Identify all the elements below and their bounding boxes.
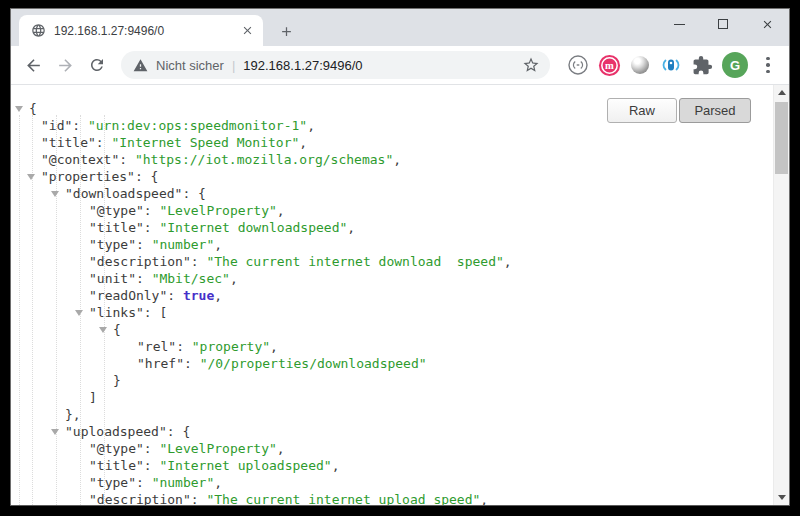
json-line: }	[11, 372, 773, 389]
new-tab-button[interactable]	[273, 18, 299, 44]
kebab-menu-icon	[766, 57, 770, 74]
json-line: "downloadspeed": {	[11, 185, 773, 202]
profile-avatar: G	[722, 52, 748, 78]
collapse-toggle-icon[interactable]	[15, 106, 23, 112]
json-token: ,	[214, 288, 222, 303]
json-token: "readOnly"	[89, 288, 167, 303]
json-line: "description": "The current internet dow…	[11, 253, 773, 270]
json-token: :	[176, 339, 192, 354]
profile-button[interactable]: G	[720, 50, 750, 80]
json-token: :	[72, 118, 88, 133]
browser-window: 192.168.1.27:9496/0	[10, 8, 790, 506]
tab-title: 192.168.1.27:9496/0	[54, 24, 239, 38]
json-token: :	[119, 152, 135, 167]
collapse-toggle-icon[interactable]	[99, 327, 107, 333]
minimize-icon	[674, 24, 685, 25]
json-token: "property"	[192, 339, 270, 354]
collapse-toggle-icon[interactable]	[27, 174, 35, 180]
json-token: "title"	[89, 458, 144, 473]
browser-tab[interactable]: 192.168.1.27:9496/0	[19, 15, 263, 46]
json-token: "@type"	[89, 203, 144, 218]
scrollbar-down-arrow-icon[interactable]	[774, 490, 789, 505]
vertical-scrollbar[interactable]	[773, 85, 789, 505]
page-content: {"id": "urn:dev:ops:speedmonitor-1","tit…	[11, 85, 789, 505]
not-secure-warning-icon[interactable]	[133, 58, 148, 73]
json-token: "https://iot.mozilla.org/schemas"	[135, 152, 393, 167]
json-token: "The current internet download speed"	[206, 254, 503, 269]
json-token: ,	[504, 254, 512, 269]
forward-button[interactable]	[49, 49, 81, 81]
json-token: "@type"	[89, 441, 144, 456]
json-line: "title": "Internet Speed Monitor",	[11, 134, 773, 151]
json-token: "LevelProperty"	[159, 203, 276, 218]
json-token: "downloadspeed"	[65, 186, 182, 201]
json-line: },	[11, 406, 773, 423]
reload-button[interactable]	[81, 49, 113, 81]
scrollbar-thumb[interactable]	[775, 102, 788, 174]
json-token: ,	[277, 441, 285, 456]
extensions-puzzle-icon[interactable]	[689, 52, 715, 78]
json-line: "title": "Internet uploadspeed",	[11, 457, 773, 474]
blue-audio-extension-icon[interactable]	[658, 52, 684, 78]
scrollbar-up-arrow-icon[interactable]	[774, 85, 789, 100]
maximize-icon	[718, 19, 728, 29]
json-token: "The current internet upload speed"	[206, 492, 480, 505]
collapse-toggle-icon[interactable]	[75, 310, 83, 316]
json-token: "/0/properties/downloadspeed"	[200, 356, 427, 371]
bookmark-star-icon[interactable]	[522, 56, 540, 74]
tab-close-icon[interactable]	[239, 23, 255, 39]
json-token: "number"	[152, 475, 215, 490]
reload-icon	[88, 56, 106, 74]
json-line: "@type": "LevelProperty",	[11, 202, 773, 219]
json-token: "number"	[152, 237, 215, 252]
collapse-toggle-icon[interactable]	[51, 429, 59, 435]
json-token: "rel"	[137, 339, 176, 354]
json-line: {	[11, 321, 773, 338]
json-token: ,	[277, 203, 285, 218]
json-token: },	[65, 407, 81, 422]
minimize-button[interactable]	[657, 9, 701, 39]
json-token: : {	[167, 424, 190, 439]
url-text: 192.168.1.27:9496/0	[243, 58, 522, 73]
json-token: "type"	[89, 237, 136, 252]
window-controls	[657, 9, 789, 39]
json-token: "href"	[137, 356, 184, 371]
parsed-view-button[interactable]: Parsed	[679, 98, 751, 123]
json-token: :	[136, 237, 152, 252]
json-token: :	[144, 441, 160, 456]
pink-m-extension-icon[interactable]: m	[596, 52, 622, 78]
sphere-extension-icon[interactable]	[627, 52, 653, 78]
json-line: "type": "number",	[11, 236, 773, 253]
json-token: : {	[135, 169, 158, 184]
close-button[interactable]	[745, 9, 789, 39]
json-token: }	[113, 373, 121, 388]
json-line: "title": "Internet downloadspeed",	[11, 219, 773, 236]
json-token: :	[167, 288, 183, 303]
browser-menu-button[interactable]	[755, 52, 781, 78]
view-mode-toggle: Raw Parsed	[607, 98, 751, 123]
sphere-glyph	[631, 56, 649, 74]
json-token: ,	[270, 339, 278, 354]
collapse-toggle-icon[interactable]	[51, 191, 59, 197]
json-token: {	[113, 322, 121, 337]
json-line: "@context": "https://iot.mozilla.org/sch…	[11, 151, 773, 168]
address-bar[interactable]: Nicht sicher | 192.168.1.27:9496/0	[121, 51, 550, 79]
json-token: ,	[332, 458, 340, 473]
json-token: :	[136, 271, 152, 286]
json-token: "title"	[41, 135, 96, 150]
maximize-button[interactable]	[701, 9, 745, 39]
json-line: "description": "The current internet upl…	[11, 491, 773, 505]
json-token: : {	[182, 186, 205, 201]
json-token: :	[136, 475, 152, 490]
json-token: ,	[480, 492, 488, 505]
json-token: : [	[144, 305, 167, 320]
json-token: ,	[214, 237, 222, 252]
json-token: {	[29, 101, 37, 116]
circle-brackets-extension-icon[interactable]	[565, 52, 591, 78]
json-line: "properties": {	[11, 168, 773, 185]
json-token: "unit"	[89, 271, 136, 286]
json-token: "description"	[89, 254, 191, 269]
back-button[interactable]	[17, 49, 49, 81]
raw-view-button[interactable]: Raw	[607, 98, 677, 123]
json-token: "@context"	[41, 152, 119, 167]
